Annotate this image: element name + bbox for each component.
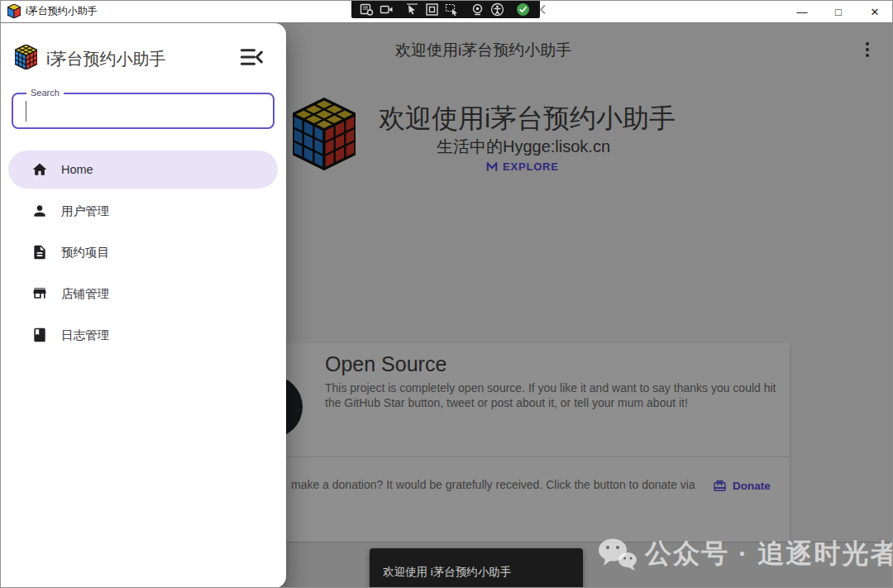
- snackbar-message: 欢迎使用 i茅台预约小助手: [383, 565, 511, 580]
- sidebar-item-label: 店铺管理: [61, 286, 109, 302]
- sidebar-item-stores[interactable]: 店铺管理: [8, 275, 278, 313]
- capture-toolbar: [351, 0, 540, 18]
- sidebar-item-label: Home: [61, 163, 93, 176]
- sidebar-item-label: 预约项目: [61, 245, 109, 261]
- sidebar-item-logs[interactable]: 日志管理: [8, 316, 278, 354]
- drawer-header: i茅台预约小助手: [0, 23, 286, 86]
- region-select-icon[interactable]: [445, 2, 459, 17]
- search-field-label: Search: [26, 88, 64, 98]
- window-title: i茅台预约小助手: [26, 4, 98, 18]
- sidebar-item-users[interactable]: 用户管理: [8, 192, 278, 230]
- capture-settings-icon[interactable]: [360, 2, 374, 17]
- home-icon: [31, 161, 48, 178]
- region-frame-icon[interactable]: [425, 2, 439, 17]
- sidebar-item-reservations[interactable]: 预约项目: [8, 233, 278, 271]
- window-app-icon: [7, 4, 21, 18]
- close-button[interactable]: ✕: [857, 0, 893, 23]
- person-icon: [31, 203, 48, 219]
- search-input[interactable]: [25, 99, 256, 122]
- welcome-snackbar[interactable]: 欢迎使用 i茅台预约小助手: [370, 548, 583, 588]
- maximize-button[interactable]: □: [820, 0, 857, 23]
- minimize-button[interactable]: —: [784, 0, 820, 23]
- store-icon: [31, 285, 48, 302]
- search-field[interactable]: Search: [12, 93, 275, 129]
- video-record-icon[interactable]: [380, 2, 394, 17]
- webcam-icon[interactable]: [470, 2, 485, 17]
- drawer-app-title: i茅台预约小助手: [46, 48, 165, 70]
- cursor-capture-icon[interactable]: [405, 2, 419, 17]
- document-icon: [31, 244, 48, 261]
- accessibility-icon[interactable]: [490, 2, 504, 17]
- sidebar-drawer: i茅台预约小助手 Search Home 用户管理 预约项目 店铺管理 日志: [0, 23, 286, 588]
- sidebar-item-label: 用户管理: [61, 203, 109, 219]
- logbook-icon: [31, 327, 48, 343]
- confirm-icon[interactable]: [516, 2, 530, 17]
- sidebar-item-home[interactable]: Home: [8, 151, 278, 189]
- menu-collapse-icon[interactable]: [240, 46, 263, 68]
- sidebar-item-label: 日志管理: [61, 327, 109, 343]
- text-caret: [26, 101, 26, 122]
- window-controls: — □ ✕: [784, 0, 893, 23]
- app-logo-cube-icon: [15, 45, 37, 69]
- collapse-toolbar-icon[interactable]: [536, 2, 550, 17]
